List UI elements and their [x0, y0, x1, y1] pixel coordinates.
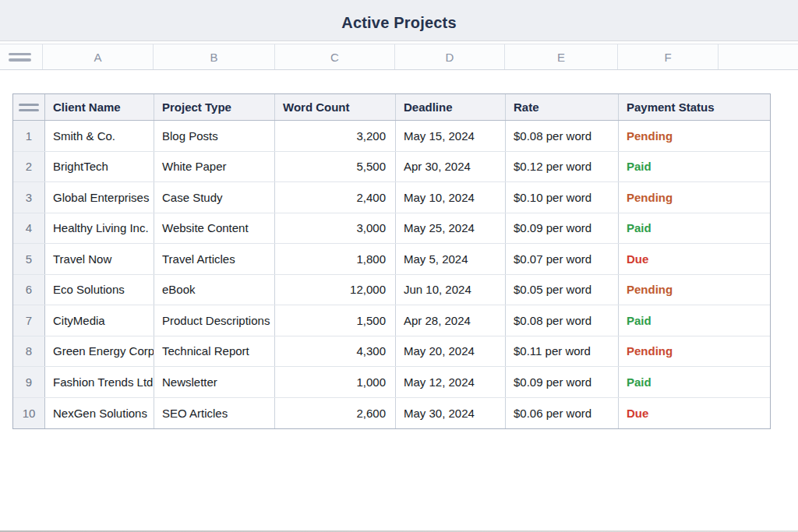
- rate-cell[interactable]: $0.12 per word: [506, 152, 619, 182]
- column-letter-cell[interactable]: E: [505, 44, 618, 69]
- word-count-cell[interactable]: 5,500: [275, 152, 396, 182]
- column-letter-cell[interactable]: F: [618, 44, 719, 69]
- rate-cell[interactable]: $0.08 per word: [506, 305, 619, 336]
- payment-status-cell[interactable]: Pending: [619, 275, 770, 305]
- deadline-cell[interactable]: Apr 28, 2024: [396, 305, 506, 336]
- column-letter: F: [664, 51, 671, 64]
- project-type-cell[interactable]: White Paper: [154, 152, 275, 182]
- project-type-cell[interactable]: Technical Report: [154, 336, 275, 367]
- row-number-cell[interactable]: 3: [13, 182, 45, 213]
- deadline-cell[interactable]: May 30, 2024: [396, 398, 506, 429]
- column-letter-cell[interactable]: B: [154, 44, 275, 69]
- strip-corner-cell[interactable]: [0, 44, 43, 69]
- deadline-cell[interactable]: May 12, 2024: [396, 367, 506, 397]
- page-title: Active Projects: [341, 9, 457, 32]
- table-row: 7 CityMedia Product Descriptions 1,500 A…: [13, 305, 770, 336]
- word-count-cell[interactable]: 1,500: [275, 305, 396, 336]
- payment-status-cell[interactable]: Pending: [619, 121, 770, 151]
- header-client-name[interactable]: Client Name: [45, 94, 154, 120]
- project-type-cell[interactable]: Blog Posts: [154, 121, 275, 151]
- table-row: 6 Eco Solutions eBook 12,000 Jun 10, 202…: [13, 275, 770, 306]
- payment-status-cell[interactable]: Paid: [619, 305, 770, 336]
- project-type-cell[interactable]: Website Content: [154, 213, 275, 244]
- column-letter-cell[interactable]: C: [275, 44, 395, 69]
- word-count-cell[interactable]: 2,600: [275, 398, 396, 429]
- payment-status-cell[interactable]: Due: [619, 244, 770, 274]
- client-name-cell[interactable]: Healthy Living Inc.: [45, 213, 154, 244]
- deadline-cell[interactable]: May 10, 2024: [396, 182, 506, 213]
- rate-cell[interactable]: $0.07 per word: [506, 244, 619, 274]
- payment-status-cell[interactable]: Paid: [619, 367, 770, 397]
- project-type-cell[interactable]: eBook: [154, 275, 275, 305]
- rate-cell[interactable]: $0.11 per word: [506, 336, 619, 367]
- column-letter-cell[interactable]: D: [395, 44, 505, 69]
- deadline-cell[interactable]: May 15, 2024: [396, 121, 506, 151]
- payment-status-cell[interactable]: Due: [619, 398, 770, 429]
- project-type-cell[interactable]: Newsletter: [154, 367, 275, 397]
- word-count-cell[interactable]: 1,800: [275, 244, 396, 274]
- client-name-cell[interactable]: Green Energy Corp.: [45, 336, 154, 367]
- client-name-cell[interactable]: BrightTech: [45, 152, 154, 182]
- project-type-cell[interactable]: Case Study: [154, 182, 275, 213]
- row-number-cell[interactable]: 2: [13, 152, 45, 182]
- column-letter-cell[interactable]: A: [43, 44, 154, 69]
- client-name-cell[interactable]: CityMedia: [45, 305, 154, 336]
- row-number-cell[interactable]: 5: [13, 244, 45, 274]
- deadline-cell[interactable]: Jun 10, 2024: [396, 275, 506, 305]
- column-letter: A: [94, 51, 101, 64]
- project-type-cell[interactable]: Product Descriptions: [154, 305, 275, 336]
- menu-icon[interactable]: [9, 53, 31, 62]
- client-name-cell[interactable]: Smith & Co.: [45, 121, 154, 151]
- column-letter: B: [210, 51, 217, 64]
- table-header-row: Client Name Project Type Word Count Dead…: [13, 94, 770, 121]
- word-count-cell[interactable]: 2,400: [275, 182, 396, 213]
- payment-status-cell[interactable]: Paid: [619, 213, 770, 244]
- table-menu-icon[interactable]: [19, 104, 39, 111]
- client-name-cell[interactable]: Fashion Trends Ltd.: [45, 367, 154, 397]
- deadline-cell[interactable]: May 5, 2024: [396, 244, 506, 274]
- column-letter-strip: A B C D E F: [0, 44, 798, 70]
- header-rate[interactable]: Rate: [506, 94, 619, 120]
- rate-cell[interactable]: $0.09 per word: [506, 213, 619, 244]
- row-number-cell[interactable]: 6: [13, 275, 45, 305]
- row-number-cell[interactable]: 8: [13, 336, 45, 367]
- deadline-cell[interactable]: May 20, 2024: [396, 336, 506, 367]
- client-name-cell[interactable]: NexGen Solutions: [45, 398, 154, 429]
- header-payment-status[interactable]: Payment Status: [619, 94, 770, 120]
- word-count-cell[interactable]: 3,000: [275, 213, 396, 244]
- row-number-cell[interactable]: 4: [13, 213, 45, 244]
- client-name-cell[interactable]: Eco Solutions: [45, 275, 154, 305]
- deadline-cell[interactable]: May 25, 2024: [396, 213, 506, 244]
- payment-status-cell[interactable]: Pending: [619, 336, 770, 367]
- rate-cell[interactable]: $0.10 per word: [506, 182, 619, 213]
- deadline-cell[interactable]: Apr 30, 2024: [396, 152, 506, 182]
- header-corner-cell[interactable]: [13, 94, 45, 120]
- column-letter: D: [446, 51, 454, 64]
- word-count-cell[interactable]: 1,000: [275, 367, 396, 397]
- table-row: 2 BrightTech White Paper 5,500 Apr 30, 2…: [13, 152, 770, 183]
- rate-cell[interactable]: $0.08 per word: [506, 121, 619, 151]
- payment-status-cell[interactable]: Pending: [619, 182, 770, 213]
- word-count-cell[interactable]: 12,000: [275, 275, 396, 305]
- project-type-cell[interactable]: SEO Articles: [154, 398, 275, 429]
- row-number-cell[interactable]: 9: [13, 367, 45, 397]
- projects-table: Client Name Project Type Word Count Dead…: [12, 93, 771, 429]
- title-bar: Active Projects: [0, 0, 798, 41]
- word-count-cell[interactable]: 4,300: [275, 336, 396, 367]
- header-project-type[interactable]: Project Type: [154, 94, 275, 120]
- rate-cell[interactable]: $0.06 per word: [506, 398, 619, 429]
- client-name-cell[interactable]: Travel Now: [45, 244, 154, 274]
- project-type-cell[interactable]: Travel Articles: [154, 244, 275, 274]
- row-number-cell[interactable]: 1: [13, 121, 45, 151]
- row-number-cell[interactable]: 7: [13, 305, 45, 336]
- rate-cell[interactable]: $0.09 per word: [506, 367, 619, 397]
- header-deadline[interactable]: Deadline: [396, 94, 506, 120]
- payment-status-cell[interactable]: Paid: [619, 152, 770, 182]
- rate-cell[interactable]: $0.05 per word: [506, 275, 619, 305]
- word-count-cell[interactable]: 3,200: [275, 121, 396, 151]
- client-name-cell[interactable]: Global Enterprises: [45, 182, 154, 213]
- table-row: 3 Global Enterprises Case Study 2,400 Ma…: [13, 182, 770, 213]
- row-number-cell[interactable]: 10: [13, 398, 45, 429]
- column-letter: C: [330, 51, 339, 64]
- header-word-count[interactable]: Word Count: [275, 94, 396, 120]
